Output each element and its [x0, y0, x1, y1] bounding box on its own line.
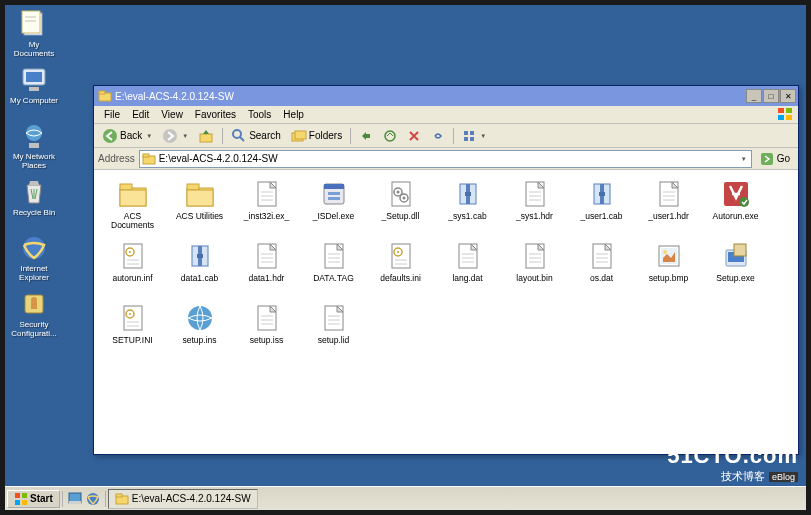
address-dropdown[interactable]: ▼ [739, 156, 749, 162]
nav-icon-2[interactable] [379, 127, 401, 145]
svg-point-51 [396, 191, 399, 194]
file-item[interactable]: DATA.TAG [301, 238, 366, 298]
file-item[interactable]: setup.iss [234, 300, 299, 360]
views-button[interactable]: ▼ [458, 127, 490, 145]
menubar: FileEditViewFavoritesToolsHelp [94, 106, 798, 124]
back-icon [102, 128, 118, 144]
my-network-places[interactable]: My NetworkPlaces [9, 121, 59, 171]
file-item[interactable]: setup.ins [167, 300, 232, 360]
search-button[interactable]: Search [227, 126, 285, 146]
ie-icon[interactable] [85, 491, 101, 507]
svg-rect-28 [470, 131, 474, 135]
dropdown-icon[interactable]: ▼ [182, 133, 188, 139]
svg-rect-45 [324, 184, 344, 189]
close-button[interactable]: ✕ [780, 89, 796, 103]
svg-rect-16 [786, 108, 792, 113]
svg-point-20 [163, 129, 177, 143]
computer-icon [19, 65, 49, 95]
file-icon [251, 240, 283, 272]
inf-icon [117, 302, 149, 334]
autorun-icon [720, 178, 752, 210]
file-icon [519, 240, 551, 272]
svg-rect-18 [786, 115, 792, 120]
undo-button[interactable] [427, 127, 449, 145]
svg-rect-35 [120, 184, 132, 190]
file-item[interactable]: data1.cab [167, 238, 232, 298]
search-icon [231, 128, 247, 144]
svg-rect-15 [778, 108, 784, 113]
file-item[interactable]: ACS Utilities [167, 176, 232, 236]
forward-button[interactable]: ▼ [158, 126, 192, 146]
svg-rect-127 [69, 501, 81, 504]
file-item[interactable]: Autorun.exe [703, 176, 768, 236]
back-button[interactable]: Back ▼ [98, 126, 156, 146]
delete-button[interactable] [403, 127, 425, 145]
address-input[interactable]: E:\eval-ACS-4.2.0.124-SW ▼ [139, 150, 752, 168]
start-button[interactable]: Start [7, 490, 60, 508]
up-button[interactable] [194, 126, 218, 146]
file-item[interactable]: _Setup.dll [368, 176, 433, 236]
folder-icon [184, 178, 216, 210]
recycle-bin[interactable]: Recycle Bin [9, 177, 59, 227]
taskbar-item[interactable]: E:\eval-ACS-4.2.0.124-SW [108, 489, 258, 509]
file-icon [318, 240, 350, 272]
file-item[interactable]: ACSDocuments [100, 176, 165, 236]
file-item[interactable]: _user1.cab [569, 176, 634, 236]
watermark: 51CTO.com 技术博客 eBlog [667, 443, 798, 484]
desktop-icons-column: My DocumentsMy ComputerMy NetworkPlacesR… [9, 9, 59, 339]
file-list[interactable]: ACSDocumentsACS Utilities_inst32i.ex__IS… [94, 170, 798, 454]
file-item[interactable]: data1.hdr [234, 238, 299, 298]
minimize-button[interactable]: _ [746, 89, 762, 103]
file-item[interactable]: lang.dat [435, 238, 500, 298]
window-buttons: _ □ ✕ [746, 89, 796, 103]
svg-point-68 [739, 197, 749, 207]
titlebar[interactable]: E:\eval-ACS-4.2.0.124-SW _ □ ✕ [94, 86, 798, 106]
file-item[interactable]: layout.bin [502, 238, 567, 298]
dropdown-icon[interactable]: ▼ [146, 133, 152, 139]
cab-icon [184, 240, 216, 272]
my-documents[interactable]: My Documents [9, 9, 59, 59]
security-config[interactable]: SecurityConfigurati... [9, 289, 59, 339]
go-button[interactable]: Go [756, 151, 794, 167]
windows-logo-icon [14, 492, 28, 506]
file-item[interactable]: _ISDel.exe [301, 176, 366, 236]
internet-explorer[interactable]: InternetExplorer [9, 233, 59, 283]
svg-rect-122 [15, 493, 20, 498]
file-item[interactable]: setup.bmp [636, 238, 701, 298]
maximize-button[interactable]: □ [763, 89, 779, 103]
my-computer[interactable]: My Computer [9, 65, 59, 115]
nav-icon-1[interactable] [355, 127, 377, 145]
file-item[interactable]: _sys1.hdr [502, 176, 567, 236]
menu-tools[interactable]: Tools [242, 108, 277, 121]
inf-icon [117, 240, 149, 272]
file-item[interactable]: _user1.hdr [636, 176, 701, 236]
svg-rect-124 [15, 500, 20, 505]
file-item[interactable]: _inst32i.ex_ [234, 176, 299, 236]
svg-rect-38 [187, 184, 199, 190]
svg-point-113 [188, 306, 212, 330]
svg-rect-33 [761, 153, 773, 165]
show-desktop-icon[interactable] [67, 491, 83, 507]
setup-icon [720, 240, 752, 272]
svg-point-71 [129, 251, 131, 253]
file-item[interactable]: SETUP.INI [100, 300, 165, 360]
file-item[interactable]: autorun.inf [100, 238, 165, 298]
file-item[interactable]: defaults.ini [368, 238, 433, 298]
file-item[interactable]: os.dat [569, 238, 634, 298]
svg-rect-32 [143, 154, 149, 157]
menu-view[interactable]: View [155, 108, 189, 121]
folders-icon [291, 128, 307, 144]
folders-button[interactable]: Folders [287, 126, 346, 146]
up-icon [198, 128, 214, 144]
file-item[interactable]: Setup.exe [703, 238, 768, 298]
svg-rect-12 [31, 302, 37, 309]
dropdown-icon[interactable]: ▼ [480, 133, 486, 139]
menu-file[interactable]: File [98, 108, 126, 121]
menu-edit[interactable]: Edit [126, 108, 155, 121]
file-item[interactable]: _sys1.cab [435, 176, 500, 236]
menu-help[interactable]: Help [277, 108, 310, 121]
recycle-icon [19, 177, 49, 207]
menu-favorites[interactable]: Favorites [189, 108, 242, 121]
ie-icon [19, 233, 49, 263]
file-item[interactable]: setup.lid [301, 300, 366, 360]
